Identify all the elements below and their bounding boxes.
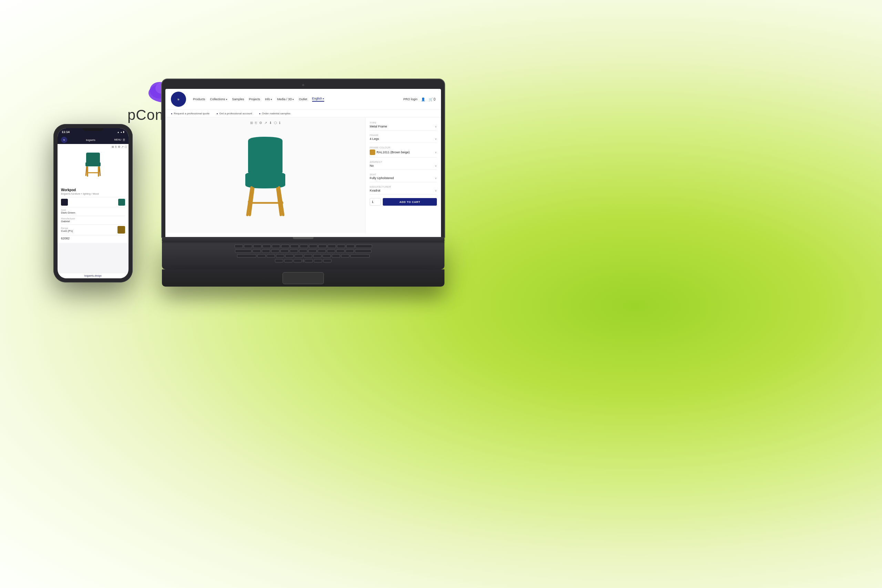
nav-outlet[interactable]: Outlet [299,98,308,101]
site-config-panel: Type Metal Frame ∨ Frame 4 Legs ∨ [365,117,441,233]
nav-collections[interactable]: Collections [210,98,227,101]
svg-rect-4 [86,153,100,163]
key [308,249,316,253]
phone-time: 11:14 [62,130,70,134]
site-logo: b [171,92,186,107]
key-enter [355,249,371,253]
quantity-input[interactable]: 1 [370,198,381,206]
config-armrest: Armrest No ∨ [370,161,437,170]
pro-login-button[interactable]: PRO login [404,98,418,101]
site-subheader: Request a professional quote Get a profe… [165,110,441,117]
key [336,249,345,253]
phone-info-area: Workpod Bogaerts furniture + lighting / … [57,185,129,243]
phone-nav-bar: b bogaerts MENU ☰ [57,136,129,144]
key [281,244,290,248]
phone-toolbar: ⊞ ⎘ ⚙ ↗ ⬡ [112,146,127,148]
laptop-trackpad-area [162,269,444,286]
nav-projects[interactable]: Projects [249,98,261,101]
laptop-base [162,237,444,242]
key-backspace [356,244,372,248]
key-ctrl-r [323,259,332,262]
phone-product-area: ⊞ ⎘ ⚙ ↗ ⬡ [57,144,129,185]
nav-products[interactable]: Products [193,98,206,101]
phone-nav-title: bogaerts [86,139,95,141]
svg-rect-5 [86,162,100,166]
config-frame-colour: Frame Colour RAL1011 (Brown beige) ∨ [370,146,437,158]
laptop-screen: b Products Collections Samples Projects … [165,89,441,237]
subheader-account[interactable]: Get a professional account [216,112,252,115]
toolbar-copy-icon[interactable]: ⎘ [255,121,257,125]
key [271,249,279,253]
toolbar-grid-icon[interactable]: ⊞ [250,121,253,125]
site-header-right: PRO login 👤 🛒 0 [404,98,435,101]
key [252,249,261,253]
key [285,254,294,258]
subheader-samples[interactable]: Order material samples [259,112,291,115]
key [290,249,298,253]
phone-nav-icons: MENU ☰ [114,138,125,142]
toolbar-settings-icon[interactable]: ⚙ [259,121,262,125]
key [291,244,299,248]
key [262,244,271,248]
config-seat: Seat Fully Upholstered ∨ [370,173,437,182]
toolbar-info-icon[interactable]: ℹ [279,121,280,125]
key [322,254,331,258]
phone-screen: 11:14 ▲ ● ▮ b bogaerts MENU ☰ [57,128,129,278]
key-opt [284,259,292,262]
key [318,249,326,253]
key [309,244,317,248]
add-to-cart-button[interactable]: ADD TO CART [383,198,437,206]
key [341,254,350,258]
phone-product-name: Workpod [61,188,125,192]
cart-button[interactable]: 🛒 0 [429,98,435,101]
config-frame: Frame 4 Legs ∨ [370,134,437,143]
site-header: b Products Collections Samples Projects … [165,89,441,110]
toolbar-resize-icon[interactable]: ⬡ [274,121,277,125]
key [295,254,303,258]
key [346,249,354,253]
key [244,244,252,248]
key [337,244,345,248]
key [262,249,270,253]
config-type: Type Metal Frame ∨ [370,122,437,130]
laptop-trackpad[interactable] [282,272,324,284]
laptop-keyboard [162,242,444,269]
phone-status-icons: ▲ ● ▮ [117,130,124,133]
key [235,244,243,248]
frame-colour-swatch [370,150,375,155]
laptop-mockup: b Products Collections Samples Projects … [162,79,444,286]
phone-logo: b [61,137,67,143]
toolbar-share-icon[interactable]: ↗ [264,121,267,125]
phone-product-sub: Bogaerts furniture + lighting / Wood [61,192,125,195]
key [300,244,308,248]
key [346,244,354,248]
key [257,254,266,258]
svg-rect-10 [87,172,99,173]
nav-samples[interactable]: Samples [232,98,244,101]
key [253,244,261,248]
key [318,244,327,248]
key-ctrl [275,259,283,262]
key [276,254,284,258]
key [280,249,289,253]
key-space [303,259,303,262]
key [304,254,312,258]
toolbar-download-icon[interactable]: ⬇ [269,121,272,125]
site-content: ⊞ ⎘ ⚙ ↗ ⬇ ⬡ ℹ [165,117,441,233]
key-tab [235,249,252,253]
nav-english[interactable]: English [312,97,324,102]
phone-mockup: 11:14 ▲ ● ▮ b bogaerts MENU ☰ [53,124,133,282]
key [299,249,308,253]
nav-info[interactable]: Info [265,98,272,101]
site-toolbar: ⊞ ⎘ ⚙ ↗ ⬇ ⬡ ℹ [250,121,280,125]
key [327,249,335,253]
phone-notch [82,128,104,131]
phone-chair-image [82,151,104,178]
key-shift-r [350,254,370,258]
key [267,254,275,258]
laptop-screen-wrapper: b Products Collections Samples Projects … [162,79,444,237]
subheader-quote[interactable]: Request a professional quote [171,112,210,115]
key [272,244,280,248]
phone-code: 62082 [61,237,125,240]
nav-media[interactable]: Media / 3D [277,98,294,101]
